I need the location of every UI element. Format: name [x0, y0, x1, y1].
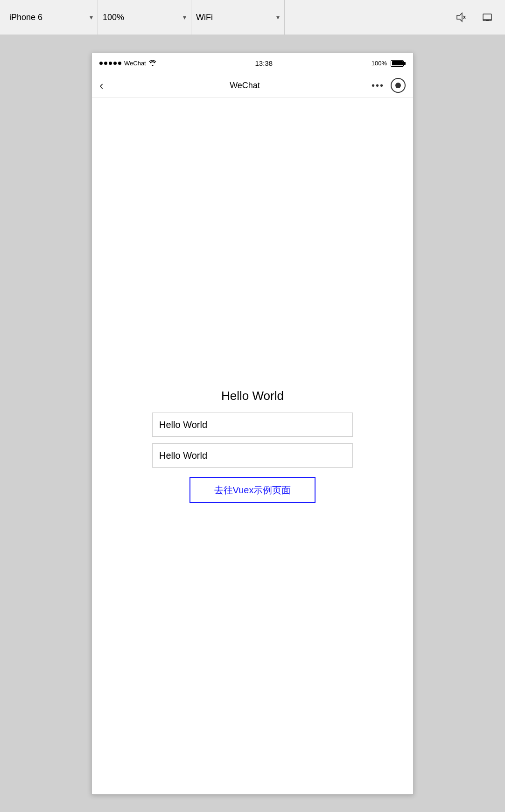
signal-dots: [99, 62, 121, 65]
vuex-example-button[interactable]: 去往Vuex示例页面: [189, 477, 316, 503]
wifi-chevron-icon: ▾: [276, 14, 280, 21]
battery-icon: [391, 60, 406, 67]
wifi-status-icon: [149, 60, 156, 67]
battery-fill: [392, 61, 403, 65]
zoom-label: 100%: [103, 13, 124, 22]
hello-world-text: Hello World: [221, 389, 284, 403]
zoom-dropdown[interactable]: 100% ▾: [103, 13, 186, 22]
record-inner-icon: [395, 83, 401, 88]
signal-dot-3: [109, 62, 112, 65]
wifi-label: WiFi: [196, 13, 213, 22]
toolbar: iPhone 6 ▾ 100% ▾ WiFi ▾: [0, 0, 505, 35]
more-options-button[interactable]: •••: [372, 80, 384, 91]
battery-body: [391, 60, 404, 67]
svg-rect-5: [486, 20, 489, 21]
status-bar-left: WeChat: [99, 60, 156, 67]
zoom-section: 100% ▾: [98, 0, 191, 35]
signal-dot-5: [118, 62, 121, 65]
status-bar-time: 13:38: [255, 59, 273, 67]
svg-marker-0: [457, 13, 462, 21]
device-chevron-icon: ▾: [90, 14, 93, 21]
signal-dot-1: [99, 62, 103, 65]
phone-frame: WeChat 13:38 100%: [91, 53, 414, 795]
nav-bar: ‹ WeChat •••: [92, 74, 413, 98]
carrier-label: WeChat: [124, 60, 146, 67]
battery-tip: [404, 62, 406, 65]
battery-percent: 100%: [372, 60, 387, 67]
wifi-dropdown[interactable]: WiFi ▾: [196, 13, 280, 22]
signal-dot-2: [104, 62, 107, 65]
back-button[interactable]: ‹: [99, 78, 118, 93]
nav-title: WeChat: [230, 81, 260, 91]
device-dropdown[interactable]: iPhone 6 ▾: [9, 13, 93, 22]
screen-button[interactable]: [479, 9, 496, 26]
input-field-2[interactable]: [152, 443, 353, 468]
nav-actions: •••: [372, 78, 406, 93]
record-button[interactable]: [391, 78, 406, 93]
toolbar-actions: [285, 0, 500, 35]
page-content: Hello World 去往Vuex示例页面: [92, 98, 413, 794]
signal-dot-4: [113, 62, 117, 65]
device-label: iPhone 6: [9, 13, 42, 22]
device-section: iPhone 6 ▾: [5, 0, 98, 35]
sound-button[interactable]: [453, 9, 470, 26]
status-bar: WeChat 13:38 100%: [92, 53, 413, 74]
input-field-1[interactable]: [152, 413, 353, 437]
zoom-chevron-icon: ▾: [183, 14, 186, 21]
main-area: WeChat 13:38 100%: [0, 35, 505, 812]
status-bar-right: 100%: [372, 60, 406, 67]
wifi-section: WiFi ▾: [191, 0, 285, 35]
